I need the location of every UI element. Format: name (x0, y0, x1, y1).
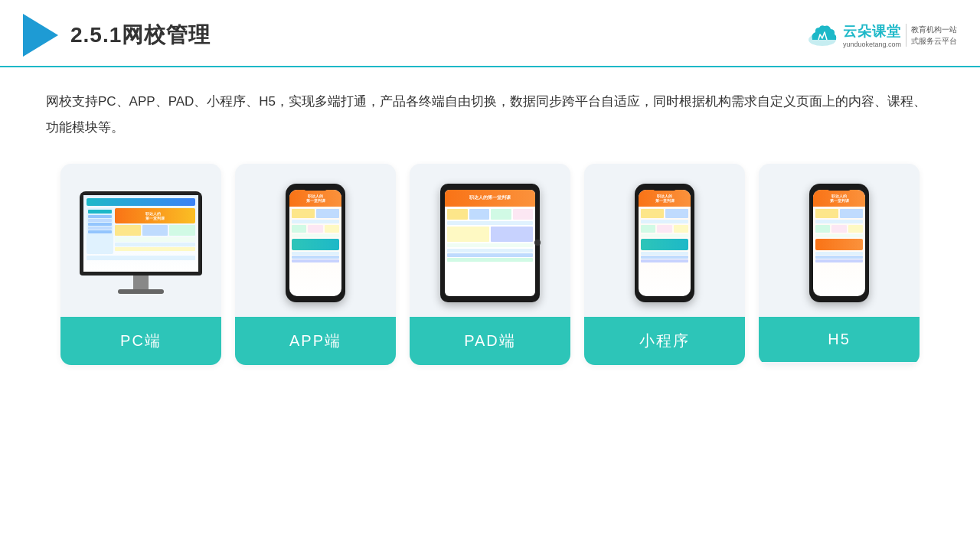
card-pad: 职达人的第一堂判课 (410, 164, 570, 365)
cards-row: 职达人的第一堂判课 (46, 164, 934, 365)
phone-frame-h5: 职达人的第一堂判课 (809, 184, 869, 302)
phone-device-h5: 职达人的第一堂判课 (809, 184, 869, 302)
app-label: APP端 (235, 317, 396, 365)
main-content: 网校支持PC、APP、PAD、小程序、H5，实现多端打通，产品各终端自由切换，数… (0, 67, 980, 380)
pc-image-area: 职达人的第一堂判课 (60, 164, 221, 317)
pc-label: PC端 (60, 317, 221, 365)
phone-frame-mini: 职达人的第一堂判课 (635, 184, 694, 302)
brand-url: yunduoketang.com (843, 41, 901, 48)
mini-image-area: 职达人的第一堂判课 (584, 164, 745, 317)
mini-label: 小程序 (584, 317, 745, 365)
card-h5: 职达人的第一堂判课 (759, 164, 920, 365)
brand-text-group: 云朵课堂 yunduoketang.com (843, 22, 901, 48)
card-miniprogram: 职达人的第一堂判课 (584, 164, 745, 365)
monitor-frame: 职达人的第一堂判课 (80, 191, 202, 276)
brand-logo: 云朵课堂 yunduoketang.com 教育机构一站 式服务云平台 (806, 22, 957, 48)
brand-slogan: 教育机构一站 式服务云平台 (906, 24, 957, 47)
cloud-logo-icon (806, 23, 838, 47)
header-left: 2.5.1网校管理 (23, 14, 211, 57)
phone-device-app: 职达人的第一堂判课 (286, 184, 345, 302)
h5-image-area: 职达人的第一堂判课 (759, 164, 920, 317)
h5-label: H5 (759, 317, 920, 362)
page-title: 2.5.1网校管理 (70, 21, 211, 50)
phone-screen-h5: 职达人的第一堂判课 (813, 190, 865, 296)
brand-logo-area: 云朵课堂 yunduoketang.com 教育机构一站 式服务云平台 (806, 22, 957, 48)
pad-screen: 职达人的第一堂判课 (445, 190, 535, 296)
brand-name: 云朵课堂 (843, 22, 901, 41)
pad-label: PAD端 (410, 317, 570, 365)
phone-screen-mini: 职达人的第一堂判课 (639, 190, 691, 296)
pad-device: 职达人的第一堂判课 (440, 184, 540, 302)
card-pc: 职达人的第一堂判课 (60, 164, 221, 365)
card-app: 职达人的第一堂判课 (235, 164, 396, 365)
monitor-screen: 职达人的第一堂判课 (83, 195, 198, 272)
page-header: 2.5.1网校管理 云朵课堂 yunduoketang.com 教育机构一站 式… (0, 0, 980, 67)
phone-screen: 职达人的第一堂判课 (289, 190, 341, 296)
pc-device: 职达人的第一堂判课 (80, 191, 202, 294)
description-text: 网校支持PC、APP、PAD、小程序、H5，实现多端打通，产品各终端自由切换，数… (46, 89, 934, 141)
pad-image-area: 职达人的第一堂判课 (410, 164, 570, 317)
phone-frame: 职达人的第一堂判课 (286, 184, 345, 302)
pad-frame: 职达人的第一堂判课 (440, 184, 540, 302)
triangle-logo (23, 14, 58, 57)
app-image-area: 职达人的第一堂判课 (235, 164, 396, 317)
phone-device-mini: 职达人的第一堂判课 (635, 184, 694, 302)
